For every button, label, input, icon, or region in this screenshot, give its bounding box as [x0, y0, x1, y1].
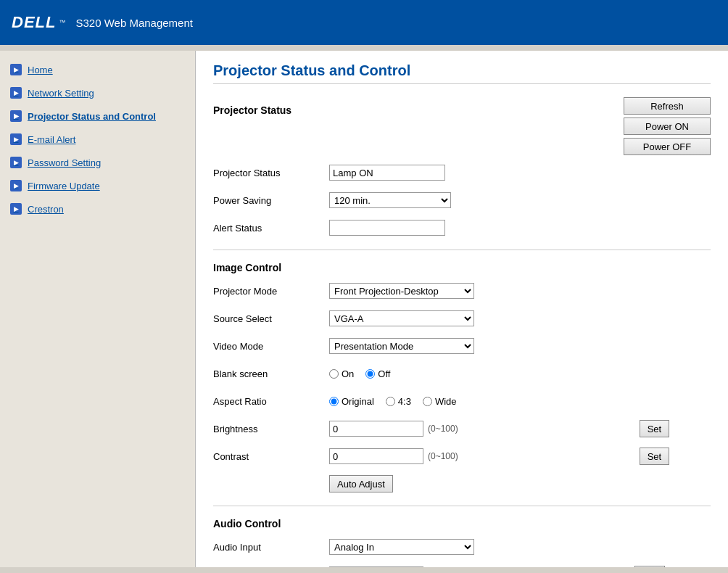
- aspect-original-label: Original: [342, 396, 374, 407]
- contrast-set-button[interactable]: Set: [640, 448, 670, 465]
- sidebar-item-crestron[interactable]: Crestron: [0, 197, 195, 220]
- sidebar-label-crestron: Crestron: [28, 204, 64, 215]
- contrast-label: Contrast: [213, 451, 329, 462]
- blank-screen-off-radio[interactable]: [365, 369, 375, 379]
- sidebar-item-network-setting[interactable]: Network Setting: [0, 81, 195, 104]
- audio-input-select-wrapper: Analog In HDMI: [329, 539, 474, 555]
- sidebar-label-network: Network Setting: [28, 88, 94, 99]
- projector-status-section: Projector Status Refresh Power ON Power …: [213, 97, 711, 238]
- brightness-input[interactable]: [329, 421, 423, 437]
- audio-input-label: Audio Input: [213, 542, 329, 553]
- aspect-ratio-label: Aspect Ratio: [213, 396, 329, 407]
- power-saving-select[interactable]: 120 min. 30 min. 60 min. Off: [329, 192, 451, 208]
- video-mode-select[interactable]: Presentation Mode Bright Movie sRGB User: [329, 338, 474, 354]
- blank-screen-options: On Off: [329, 368, 390, 379]
- volume-set-button[interactable]: Set: [634, 566, 665, 567]
- projector-mode-label: Projector Mode: [213, 286, 329, 297]
- sidebar-label-password: Password Setting: [28, 157, 101, 168]
- brightness-label: Brightness: [213, 424, 329, 434]
- contrast-controls: (0~100): [329, 448, 458, 464]
- divider-1: [213, 250, 711, 250]
- sidebar-item-projector-status[interactable]: Projector Status and Control: [0, 104, 195, 128]
- sidebar-label-firmware: Firmware Update: [28, 181, 100, 191]
- source-select-row: Source Select VGA-A VGA-B Composite S-Vi…: [213, 308, 711, 329]
- dell-logo: DELL: [12, 13, 56, 32]
- aspect-ratio-options: Original 4:3 Wide: [329, 396, 457, 407]
- blank-screen-on-option[interactable]: On: [329, 368, 354, 379]
- aspect-wide-radio[interactable]: [423, 397, 432, 406]
- nav-arrow-firmware: [10, 180, 22, 191]
- sidebar-label-email: E-mail Alert: [28, 134, 75, 145]
- brightness-range: (0~100): [428, 424, 458, 434]
- page-title: Projector Status and Control: [213, 62, 711, 84]
- audio-input-select[interactable]: Analog In HDMI: [329, 539, 474, 555]
- header: DELL ™ S320 Web Management: [0, 0, 728, 45]
- brightness-set-button[interactable]: Set: [640, 420, 670, 437]
- app-title: S320 Web Management: [75, 17, 193, 29]
- auto-adjust-row: Auto Adjust: [213, 474, 711, 494]
- aspect-wide-option[interactable]: Wide: [423, 396, 457, 407]
- projector-status-label: Projector Status: [213, 168, 329, 178]
- alert-status-label: Alert Status: [213, 223, 329, 234]
- blank-screen-off-option[interactable]: Off: [365, 368, 390, 379]
- power-off-button[interactable]: Power OFF: [624, 138, 711, 155]
- alert-status-input[interactable]: [329, 220, 445, 236]
- sidebar-item-home[interactable]: Home: [0, 58, 195, 81]
- nav-arrow-password: [10, 157, 22, 168]
- volume-controls: (0~20): [329, 566, 453, 567]
- aspect-4-3-label: 4:3: [398, 396, 411, 407]
- source-select-wrapper: VGA-A VGA-B Composite S-Video HDMI: [329, 310, 474, 326]
- nav-arrow-crestron: [10, 203, 22, 215]
- audio-input-row: Audio Input Analog In HDMI: [213, 537, 711, 557]
- video-mode-select-wrapper: Presentation Mode Bright Movie sRGB User: [329, 338, 474, 354]
- power-saving-label: Power Saving: [213, 195, 329, 206]
- sidebar-item-firmware[interactable]: Firmware Update: [0, 174, 195, 197]
- contrast-input[interactable]: [329, 448, 423, 464]
- audio-control-section: Audio Control Audio Input Analog In HDMI…: [213, 518, 711, 567]
- aspect-original-option[interactable]: Original: [329, 396, 374, 407]
- power-on-button[interactable]: Power ON: [624, 118, 711, 135]
- projector-mode-select-wrapper: Front Projection-Desktop Front Projectio…: [329, 283, 474, 299]
- nav-arrow-home: [10, 64, 22, 75]
- nav-arrow-email: [10, 133, 22, 145]
- source-select[interactable]: VGA-A VGA-B Composite S-Video HDMI: [329, 310, 474, 326]
- sidebar-label-home: Home: [28, 65, 53, 75]
- power-saving-select-wrapper: 120 min. 30 min. 60 min. Off: [329, 192, 451, 208]
- refresh-button[interactable]: Refresh: [624, 97, 711, 115]
- blank-screen-label: Blank screen: [213, 368, 329, 379]
- aspect-4-3-radio[interactable]: [386, 397, 395, 406]
- projector-status-row: Projector Status: [213, 162, 711, 183]
- projector-status-title: Projector Status: [213, 104, 291, 116]
- aspect-ratio-row: Aspect Ratio Original 4:3 Wide: [213, 391, 711, 411]
- blank-screen-on-label: On: [342, 368, 354, 379]
- video-mode-label: Video Mode: [213, 341, 329, 352]
- brightness-row: Brightness (0~100) Set: [213, 419, 711, 439]
- contrast-row: Contrast (0~100) Set: [213, 446, 711, 466]
- projector-status-input[interactable]: [329, 165, 445, 181]
- projector-mode-select[interactable]: Front Projection-Desktop Front Projectio…: [329, 283, 474, 299]
- brightness-controls: (0~100): [329, 421, 458, 437]
- divider-2: [213, 506, 711, 506]
- volume-input[interactable]: [329, 566, 423, 567]
- nav-arrow-network: [10, 87, 22, 99]
- aspect-4-3-option[interactable]: 4:3: [386, 396, 411, 407]
- projector-status-value-wrapper: [329, 165, 445, 181]
- contrast-range: (0~100): [428, 451, 458, 461]
- sidebar-item-email-alert[interactable]: E-mail Alert: [0, 128, 195, 151]
- blank-screen-off-label: Off: [378, 368, 390, 379]
- volume-row: Volume (0~20) Set: [213, 564, 711, 567]
- aspect-wide-label: Wide: [435, 396, 457, 407]
- sidebar-label-projector: Projector Status and Control: [28, 111, 156, 122]
- sidebar: Home Network Setting Projector Status an…: [0, 51, 196, 567]
- audio-control-title: Audio Control: [213, 518, 711, 529]
- sidebar-item-password[interactable]: Password Setting: [0, 151, 195, 174]
- image-control-section: Image Control Projector Mode Front Proje…: [213, 262, 711, 494]
- nav-arrow-projector: [10, 110, 22, 122]
- projector-mode-row: Projector Mode Front Projection-Desktop …: [213, 281, 711, 301]
- image-control-title: Image Control: [213, 262, 711, 273]
- auto-adjust-button[interactable]: Auto Adjust: [329, 475, 393, 492]
- blank-screen-row: Blank screen On Off: [213, 363, 711, 384]
- aspect-original-radio[interactable]: [329, 397, 339, 406]
- blank-screen-on-radio[interactable]: [329, 369, 339, 379]
- alert-status-row: Alert Status Clear: [213, 218, 711, 238]
